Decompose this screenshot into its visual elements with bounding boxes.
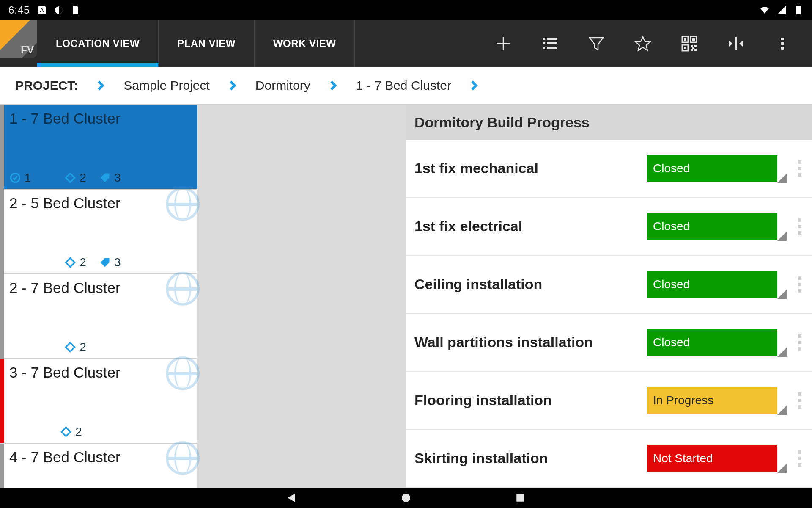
- location-item[interactable]: 2 - 5 Bed Cluster23: [4, 190, 197, 274]
- spinner-corner-icon: [777, 464, 787, 473]
- svg-rect-25: [781, 47, 784, 50]
- task-overflow-button[interactable]: [791, 392, 809, 409]
- diamond-icon: [64, 341, 76, 353]
- location-item[interactable]: 2 - 7 Bed Cluster2: [4, 274, 197, 359]
- task-status[interactable]: Closed: [647, 155, 777, 182]
- app-action-bar: FV LOCATION VIEWPLAN VIEWWORK VIEW: [0, 20, 812, 67]
- breadcrumb-label: PROJECT:: [15, 78, 78, 93]
- spinner-corner-icon: [777, 348, 787, 357]
- nav-recent-icon[interactable]: [514, 491, 527, 504]
- svg-rect-24: [781, 42, 784, 45]
- svg-rect-5: [543, 38, 545, 40]
- svg-rect-4: [798, 6, 799, 6]
- globe-icon: [166, 272, 200, 306]
- breadcrumb-item[interactable]: Sample Project: [123, 78, 209, 93]
- breadcrumb-item[interactable]: 1 - 7 Bed Cluster: [356, 78, 451, 93]
- spinner-corner-icon: [777, 406, 787, 415]
- breadcrumb-item[interactable]: Dormitory: [255, 78, 310, 93]
- task-row[interactable]: Ceiling installationClosed: [406, 256, 812, 314]
- task-name: Skirting installation: [414, 450, 643, 467]
- status-icon-a: A: [37, 5, 47, 15]
- progress-header: Dormitory Build Progress: [406, 105, 812, 140]
- location-title: 3 - 7 Bed Cluster: [9, 364, 192, 381]
- app-logo-text: FV: [21, 44, 34, 56]
- tab-location-view[interactable]: LOCATION VIEW: [37, 20, 159, 67]
- svg-rect-9: [543, 47, 545, 49]
- task-list[interactable]: 1st fix mechanicalClosed1st fix electric…: [406, 140, 812, 488]
- location-item[interactable]: 4 - 7 Bed Cluster: [4, 444, 197, 508]
- task-row[interactable]: Skirting installationNot Started: [406, 430, 812, 488]
- view-tabs: LOCATION VIEWPLAN VIEWWORK VIEW: [37, 20, 355, 67]
- tag-icon: [99, 257, 111, 268]
- svg-rect-10: [547, 47, 557, 49]
- chevron-right-icon: [227, 80, 239, 91]
- task-status[interactable]: Closed: [647, 213, 777, 240]
- task-status[interactable]: In Progress: [647, 387, 777, 414]
- tab-work-view[interactable]: WORK VIEW: [255, 20, 355, 67]
- globe-icon: [166, 187, 200, 221]
- overflow-icon[interactable]: [774, 35, 791, 52]
- task-overflow-button[interactable]: [791, 160, 809, 177]
- location-item[interactable]: 3 - 7 Bed Cluster2: [0, 359, 197, 444]
- svg-rect-19: [691, 49, 693, 51]
- breadcrumb: PROJECT: Sample ProjectDormitory1 - 7 Be…: [0, 67, 812, 105]
- svg-rect-22: [735, 37, 737, 50]
- svg-rect-28: [516, 494, 524, 502]
- task-name: Ceiling installation: [414, 276, 643, 293]
- spinner-corner-icon: [777, 232, 787, 241]
- svg-rect-23: [781, 38, 784, 40]
- globe-icon: [166, 356, 200, 390]
- list-icon[interactable]: [541, 35, 558, 52]
- split-icon[interactable]: [727, 35, 744, 52]
- svg-rect-7: [543, 42, 545, 44]
- task-overflow-button[interactable]: [791, 218, 809, 235]
- task-overflow-button[interactable]: [791, 334, 809, 351]
- star-icon[interactable]: [634, 35, 651, 52]
- svg-rect-21: [692, 47, 694, 49]
- task-name: Flooring installation: [414, 392, 643, 409]
- task-row[interactable]: Wall partitions installationClosed: [406, 314, 812, 372]
- diamond-icon: [64, 172, 76, 184]
- task-row[interactable]: Flooring installationIn Progress: [406, 372, 812, 430]
- chevron-right-icon: [95, 80, 107, 91]
- middle-column: [197, 105, 406, 488]
- tab-plan-view[interactable]: PLAN VIEW: [159, 20, 255, 67]
- svg-rect-3: [796, 6, 801, 14]
- svg-point-27: [402, 494, 410, 502]
- task-status[interactable]: Closed: [647, 271, 777, 298]
- location-list[interactable]: 1 - 7 Bed Cluster1232 - 5 Bed Cluster232…: [4, 105, 197, 488]
- qrcode-icon[interactable]: [681, 35, 698, 52]
- location-meta: 123: [9, 171, 192, 185]
- location-item[interactable]: 1 - 7 Bed Cluster123: [4, 105, 197, 190]
- task-status[interactable]: Closed: [647, 329, 777, 356]
- signal-icon: [776, 5, 787, 15]
- svg-rect-18: [694, 45, 697, 47]
- svg-rect-16: [684, 47, 686, 49]
- task-name: 1st fix mechanical: [414, 160, 643, 177]
- status-time: 6:45: [8, 4, 30, 16]
- nav-home-icon[interactable]: [400, 491, 412, 504]
- task-status[interactable]: Not Started: [647, 445, 777, 472]
- task-overflow-button[interactable]: [791, 276, 809, 293]
- spinner-corner-icon: [777, 174, 787, 183]
- task-row[interactable]: 1st fix mechanicalClosed: [406, 140, 812, 198]
- svg-rect-6: [547, 38, 557, 40]
- location-title: 4 - 7 Bed Cluster: [9, 449, 192, 466]
- svg-rect-12: [684, 38, 686, 41]
- nav-back-icon[interactable]: [285, 491, 298, 504]
- task-name: 1st fix electrical: [414, 218, 643, 235]
- filter-icon[interactable]: [588, 35, 605, 52]
- app-logo[interactable]: FV: [0, 20, 37, 58]
- svg-rect-20: [694, 49, 697, 51]
- battery-icon: [793, 5, 804, 15]
- task-overflow-button[interactable]: [791, 450, 809, 467]
- location-title: 2 - 7 Bed Cluster: [9, 279, 192, 296]
- task-row[interactable]: 1st fix electricalClosed: [406, 198, 812, 256]
- svg-rect-8: [547, 42, 557, 44]
- toolbar: [495, 20, 812, 67]
- svg-rect-14: [692, 38, 695, 41]
- svg-text:A: A: [40, 7, 44, 14]
- status-icon-contrast: [54, 5, 64, 15]
- location-title: 1 - 7 Bed Cluster: [9, 110, 192, 127]
- add-icon[interactable]: [495, 35, 512, 52]
